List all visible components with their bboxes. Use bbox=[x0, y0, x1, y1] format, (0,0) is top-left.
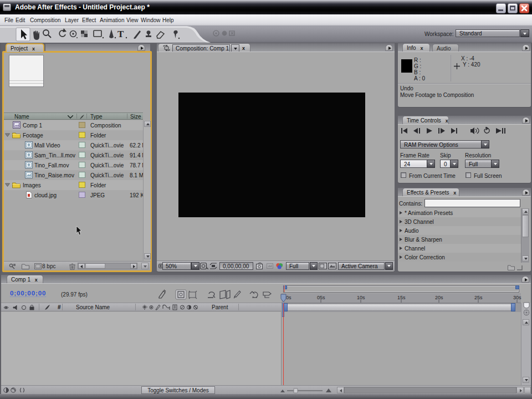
svg-text:T: T bbox=[117, 29, 124, 39]
